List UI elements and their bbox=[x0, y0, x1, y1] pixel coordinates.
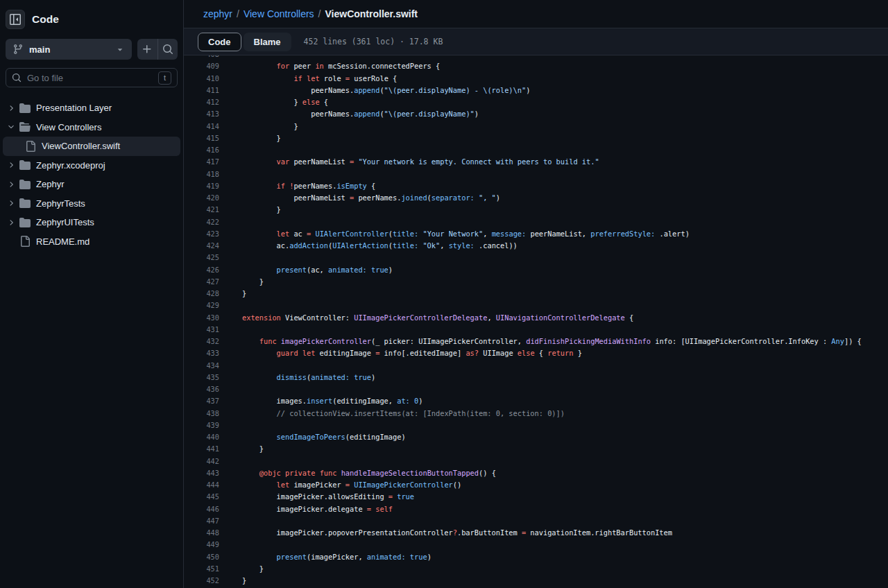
line-number[interactable]: 409 bbox=[184, 60, 219, 72]
line-number[interactable]: 448 bbox=[184, 527, 219, 539]
code-line: 428} bbox=[184, 288, 888, 300]
line-number[interactable]: 427 bbox=[184, 276, 219, 288]
line-number[interactable]: 436 bbox=[184, 383, 219, 395]
chevron-right-icon bbox=[6, 103, 17, 114]
app-root: Code main bbox=[0, 0, 888, 588]
line-number[interactable]: 446 bbox=[184, 503, 219, 515]
code-line: 448 imagePicker.popoverPresentationContr… bbox=[184, 527, 888, 539]
code-view: 408409 for peer in mcSession.connectedPe… bbox=[184, 55, 888, 588]
code-line: 451 } bbox=[184, 563, 888, 575]
line-number[interactable]: 442 bbox=[184, 456, 219, 467]
file-tree-sidebar: Code main bbox=[0, 0, 184, 588]
line-number[interactable]: 419 bbox=[184, 180, 219, 192]
line-number[interactable]: 452 bbox=[184, 575, 219, 587]
tree-item-viewcontroller-swift[interactable]: ViewController.swift bbox=[3, 137, 180, 156]
line-number[interactable]: 438 bbox=[184, 408, 219, 420]
code-line: 427 } bbox=[184, 276, 888, 288]
line-number[interactable]: 424 bbox=[184, 240, 219, 252]
tree-item-zephyrtests[interactable]: ZephyrTests bbox=[3, 194, 180, 214]
line-content bbox=[219, 324, 242, 336]
tree-item-label: Zephyr.xcodeproj bbox=[36, 160, 105, 171]
tree-item-zephyr[interactable]: Zephyr bbox=[3, 175, 180, 194]
code-line: 412 } else { bbox=[184, 96, 888, 108]
line-number[interactable]: 432 bbox=[184, 336, 219, 347]
line-number[interactable]: 441 bbox=[184, 443, 219, 455]
line-number[interactable]: 417 bbox=[184, 156, 219, 168]
line-number[interactable]: 434 bbox=[184, 360, 219, 372]
line-number[interactable]: 439 bbox=[184, 420, 219, 431]
line-content: imagePicker.delegate = self bbox=[219, 503, 393, 515]
line-content bbox=[219, 252, 242, 263]
line-number[interactable]: 416 bbox=[184, 144, 219, 156]
line-content bbox=[219, 539, 242, 551]
line-number[interactable]: 428 bbox=[184, 288, 219, 300]
breadcrumb-file-name: ViewController.swift bbox=[325, 8, 418, 19]
code-line: 440 sendImageToPeers(editingImage) bbox=[184, 431, 888, 443]
line-number[interactable]: 420 bbox=[184, 192, 219, 204]
line-content: ac.addAction(UIAlertAction(title: "Ok", … bbox=[219, 240, 518, 252]
line-number[interactable]: 412 bbox=[184, 96, 219, 108]
line-number[interactable]: 425 bbox=[184, 252, 219, 263]
line-number[interactable]: 411 bbox=[184, 85, 219, 96]
line-number[interactable]: 450 bbox=[184, 551, 219, 563]
line-number[interactable]: 449 bbox=[184, 539, 219, 551]
line-number[interactable]: 445 bbox=[184, 491, 219, 503]
goto-file-input[interactable] bbox=[27, 73, 158, 83]
tab-blame[interactable]: Blame bbox=[244, 33, 291, 51]
tree-item-zephyr-xcodeproj[interactable]: Zephyr.xcodeproj bbox=[3, 156, 180, 175]
line-content bbox=[219, 216, 242, 228]
line-number[interactable]: 423 bbox=[184, 228, 219, 240]
line-number[interactable]: 430 bbox=[184, 312, 219, 324]
code-line: 417 var peerNameList = "Your network is … bbox=[184, 156, 888, 168]
code-line: 433 guard let editingImage = info[.edite… bbox=[184, 347, 888, 359]
line-number[interactable]: 451 bbox=[184, 563, 219, 575]
line-content: sendImageToPeers(editingImage) bbox=[219, 431, 406, 443]
collapse-sidebar-button[interactable] bbox=[6, 10, 25, 29]
line-number[interactable]: 408 bbox=[184, 55, 219, 60]
line-number[interactable]: 415 bbox=[184, 132, 219, 144]
line-number[interactable]: 443 bbox=[184, 467, 219, 479]
line-number[interactable]: 444 bbox=[184, 479, 219, 491]
add-file-button[interactable] bbox=[137, 39, 157, 60]
line-number[interactable]: 410 bbox=[184, 73, 219, 85]
line-number[interactable]: 429 bbox=[184, 300, 219, 311]
line-number[interactable]: 447 bbox=[184, 515, 219, 527]
line-number[interactable]: 435 bbox=[184, 372, 219, 383]
tree-item-readme-md[interactable]: README.md bbox=[3, 232, 180, 252]
chevron-right-icon bbox=[6, 217, 17, 228]
goto-file-box[interactable]: t bbox=[6, 68, 178, 87]
line-number[interactable]: 426 bbox=[184, 264, 219, 276]
branch-selector[interactable]: main bbox=[6, 39, 132, 60]
code-line: 444 let imagePicker = UIImagePickerContr… bbox=[184, 479, 888, 491]
file-tree: Presentation LayerView ControllersViewCo… bbox=[0, 98, 183, 588]
code-line: 430extension ViewController: UIImagePick… bbox=[184, 312, 888, 324]
tree-item-label: ZephyrTests bbox=[36, 198, 85, 209]
chevron-right-icon bbox=[6, 198, 17, 209]
line-content: peerNames.append("\(peer.displayName) - … bbox=[219, 85, 530, 96]
breadcrumb-separator: / bbox=[237, 8, 239, 19]
line-number[interactable]: 413 bbox=[184, 108, 219, 120]
tab-code[interactable]: Code bbox=[198, 33, 241, 51]
search-tree-button[interactable] bbox=[157, 39, 178, 60]
line-number[interactable]: 433 bbox=[184, 347, 219, 359]
tree-item-presentation-layer[interactable]: Presentation Layer bbox=[3, 98, 180, 118]
folder-icon bbox=[19, 159, 31, 171]
breadcrumb-repo-link[interactable]: zephyr bbox=[203, 8, 232, 19]
line-number[interactable]: 431 bbox=[184, 324, 219, 336]
line-number[interactable]: 440 bbox=[184, 431, 219, 443]
line-content: guard let editingImage = info[.editedIma… bbox=[219, 347, 582, 359]
tree-item-zephyruitests[interactable]: ZephyrUITests bbox=[3, 213, 180, 232]
line-number[interactable]: 421 bbox=[184, 204, 219, 216]
line-number[interactable]: 437 bbox=[184, 395, 219, 407]
line-number[interactable]: 414 bbox=[184, 121, 219, 132]
line-number[interactable]: 418 bbox=[184, 168, 219, 180]
line-content: peerNameList = peerNames.joined(separato… bbox=[219, 192, 500, 204]
code-line: 411 peerNames.append("\(peer.displayName… bbox=[184, 85, 888, 96]
line-content: dismiss(animated: true) bbox=[219, 372, 375, 383]
code-scroll[interactable]: 408409 for peer in mcSession.connectedPe… bbox=[184, 55, 888, 587]
breadcrumb-path-link[interactable]: View Controllers bbox=[244, 8, 314, 19]
tree-item-view-controllers[interactable]: View Controllers bbox=[3, 118, 180, 137]
code-line: 409 for peer in mcSession.connectedPeers… bbox=[184, 60, 888, 72]
line-content bbox=[219, 144, 242, 156]
line-number[interactable]: 422 bbox=[184, 216, 219, 228]
